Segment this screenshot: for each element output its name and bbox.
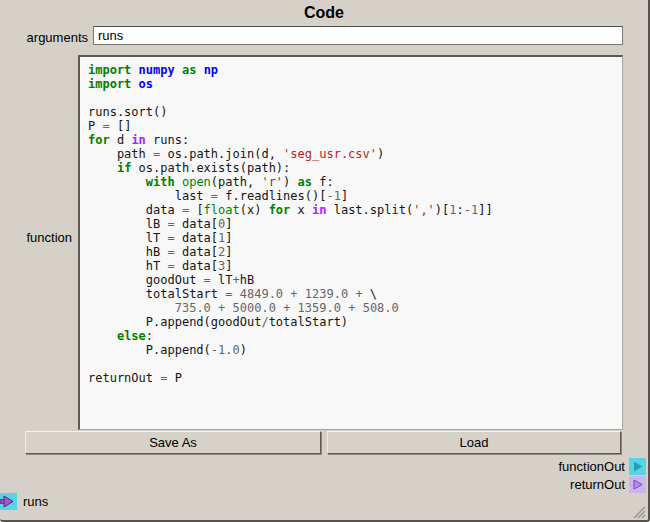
arguments-input[interactable] (93, 26, 623, 45)
code-configuration-window: Code arguments function import numpy as … (0, 0, 650, 522)
runs-label: runs (23, 494, 48, 509)
functionOut-port-arrow-icon[interactable] (629, 458, 646, 475)
returnOut-port-arrow-icon[interactable] (629, 476, 646, 493)
returnOut-label: returnOut (570, 477, 625, 492)
code-editor[interactable]: import numpy as npimport os runs.sort()P… (78, 55, 623, 430)
input-port-row-runs: runs (0, 492, 48, 510)
output-port-row-returnOut: returnOut (570, 475, 646, 493)
functionOut-label: functionOut (559, 459, 626, 474)
resize-grip[interactable] (632, 504, 645, 517)
load-button[interactable]: Load (327, 431, 621, 454)
output-port-row-functionOut: functionOut (559, 457, 647, 475)
function-label: function (0, 230, 72, 245)
window-title: Code (0, 4, 648, 22)
runs-port-arrow-icon[interactable] (0, 493, 17, 510)
arguments-label: arguments (0, 30, 88, 45)
save-as-button[interactable]: Save As (25, 431, 321, 454)
